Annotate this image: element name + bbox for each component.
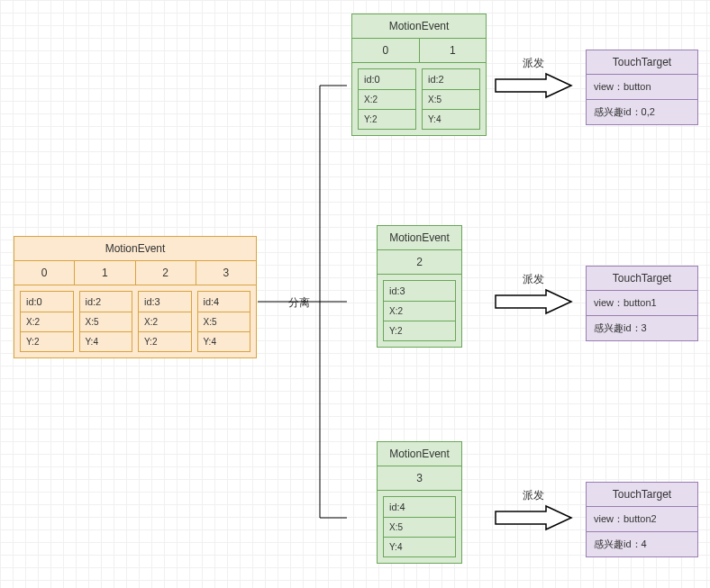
- index-cell: 2: [378, 250, 461, 275]
- split-title: MotionEvent: [378, 442, 461, 466]
- index-cell: 3: [196, 261, 256, 285]
- pointer: id:2 X:5 Y:4: [79, 291, 133, 352]
- split-pointers: id:4 X:5 Y:4: [378, 491, 461, 563]
- split-pointers: id:0 X:2 Y:2 id:2 X:5 Y:4: [352, 63, 486, 135]
- pointer: id:4 X:5 Y:4: [197, 291, 251, 352]
- source-motionevent: MotionEvent 0 1 2 3 id:0 X:2 Y:2 id:2 X:…: [14, 236, 257, 358]
- pointer-y: Y:2: [384, 321, 455, 340]
- split-pointers: id:3 X:2 Y:2: [378, 275, 461, 347]
- split-label: 分离: [288, 295, 310, 311]
- pointer-id: id:2: [80, 292, 132, 312]
- pointer-y: Y:2: [21, 332, 73, 351]
- split-indices: 2: [378, 250, 461, 275]
- dispatch-label-2: 派发: [523, 488, 544, 503]
- pointer-y: Y:4: [198, 332, 250, 351]
- source-title: MotionEvent: [14, 237, 256, 261]
- index-cell: 1: [75, 261, 135, 285]
- index-cell: 0: [352, 39, 420, 63]
- split-title: MotionEvent: [352, 14, 486, 39]
- pointer-id: id:0: [21, 292, 73, 312]
- pointer-id: id:4: [384, 497, 455, 518]
- pointer-x: X:2: [359, 90, 415, 110]
- split-indices: 0 1: [352, 39, 486, 63]
- touchtarget-ids: 感兴趣id：0,2: [587, 100, 697, 124]
- dispatch-arrow-0: [494, 72, 575, 99]
- pointer: id:2 X:5 Y:4: [422, 68, 480, 130]
- index-cell: 0: [14, 261, 75, 285]
- source-indices: 0 1 2 3: [14, 261, 256, 285]
- split-motionevent-2: MotionEvent 3 id:4 X:5 Y:4: [377, 441, 462, 564]
- pointer-x: X:2: [384, 302, 455, 321]
- touchtarget-title: TouchTarget: [587, 267, 697, 291]
- pointer-x: X:2: [21, 312, 73, 332]
- pointer-id: id:3: [384, 281, 455, 302]
- pointer-y: Y:4: [80, 332, 132, 351]
- pointer: id:3 X:2 Y:2: [383, 280, 456, 341]
- split-indices: 3: [378, 466, 461, 491]
- touchtarget-view: view：button: [587, 75, 697, 100]
- dispatch-label-0: 派发: [523, 56, 544, 71]
- touchtarget-view: view：button2: [587, 507, 697, 532]
- pointer-id: id:2: [423, 69, 479, 90]
- touchtarget-2: TouchTarget view：button2 感兴趣id：4: [586, 482, 698, 557]
- touchtarget-ids: 感兴趣id：4: [587, 532, 697, 556]
- source-pointers: id:0 X:2 Y:2 id:2 X:5 Y:4 id:3 X:2 Y:2 i…: [14, 285, 256, 357]
- pointer: id:4 X:5 Y:4: [383, 496, 456, 557]
- pointer-x: X:2: [139, 312, 191, 332]
- pointer-x: X:5: [423, 90, 479, 110]
- pointer-y: Y:2: [359, 110, 415, 129]
- touchtarget-view: view：button1: [587, 291, 697, 316]
- split-motionevent-1: MotionEvent 2 id:3 X:2 Y:2: [377, 225, 462, 348]
- dispatch-arrow-1: [494, 288, 575, 315]
- split-motionevent-0: MotionEvent 0 1 id:0 X:2 Y:2 id:2 X:5 Y:…: [351, 14, 487, 136]
- pointer-id: id:3: [139, 292, 191, 312]
- pointer: id:0 X:2 Y:2: [20, 291, 74, 352]
- touchtarget-title: TouchTarget: [587, 50, 697, 75]
- pointer-x: X:5: [198, 312, 250, 332]
- touchtarget-0: TouchTarget view：button 感兴趣id：0,2: [586, 50, 698, 125]
- pointer-y: Y:4: [384, 538, 455, 556]
- pointer-y: Y:2: [139, 332, 191, 351]
- pointer-id: id:4: [198, 292, 250, 312]
- pointer-x: X:5: [80, 312, 132, 332]
- touchtarget-1: TouchTarget view：button1 感兴趣id：3: [586, 266, 698, 341]
- pointer: id:3 X:2 Y:2: [138, 291, 192, 352]
- index-cell: 3: [378, 466, 461, 491]
- dispatch-label-1: 派发: [523, 272, 544, 287]
- pointer: id:0 X:2 Y:2: [358, 68, 416, 130]
- pointer-id: id:0: [359, 69, 415, 90]
- touchtarget-ids: 感兴趣id：3: [587, 316, 697, 340]
- index-cell: 2: [136, 261, 196, 285]
- touchtarget-title: TouchTarget: [587, 483, 697, 507]
- index-cell: 1: [420, 39, 487, 63]
- split-title: MotionEvent: [378, 226, 461, 250]
- pointer-y: Y:4: [423, 110, 479, 129]
- pointer-x: X:5: [384, 518, 455, 538]
- dispatch-arrow-2: [494, 504, 575, 531]
